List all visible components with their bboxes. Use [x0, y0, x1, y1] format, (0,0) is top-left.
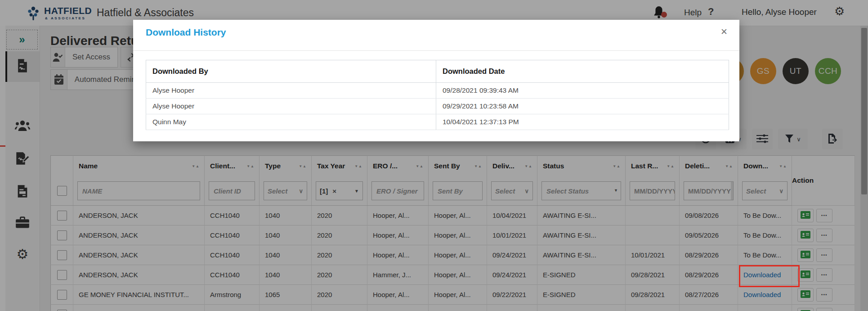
history-downloaded-by: Quinn May — [146, 114, 436, 130]
download-history-table: Downloaded ByDownloaded DateAlyse Hooper… — [146, 60, 729, 130]
history-row: Alyse Hooper09/28/2021 09:39:43 AM — [146, 83, 729, 99]
download-history-modal: Download History ✕ Downloaded ByDownload… — [133, 20, 739, 141]
history-header-row: Downloaded ByDownloaded Date — [146, 60, 729, 83]
history-downloaded-by: Alyse Hooper — [146, 83, 436, 99]
highlight-box — [739, 265, 800, 287]
modal-title: Download History — [146, 27, 226, 38]
close-icon[interactable]: ✕ — [718, 27, 730, 36]
history-column-header: Downloaded Date — [436, 60, 729, 83]
history-downloaded-date: 09/29/2021 10:23:58 AM — [436, 99, 729, 114]
history-downloaded-date: 09/28/2021 09:39:43 AM — [436, 83, 729, 99]
history-row: Alyse Hooper09/29/2021 10:23:58 AM — [146, 99, 729, 114]
history-row: Quinn May10/04/2021 12:37:13 PM — [146, 114, 729, 130]
history-downloaded-by: Alyse Hooper — [146, 99, 436, 114]
history-downloaded-date: 10/04/2021 12:37:13 PM — [436, 114, 729, 130]
history-column-header: Downloaded By — [146, 60, 436, 83]
app: HATFIELD & ASSOCIATES Hatfield & Associa… — [0, 0, 868, 311]
modal-divider — [133, 50, 739, 51]
